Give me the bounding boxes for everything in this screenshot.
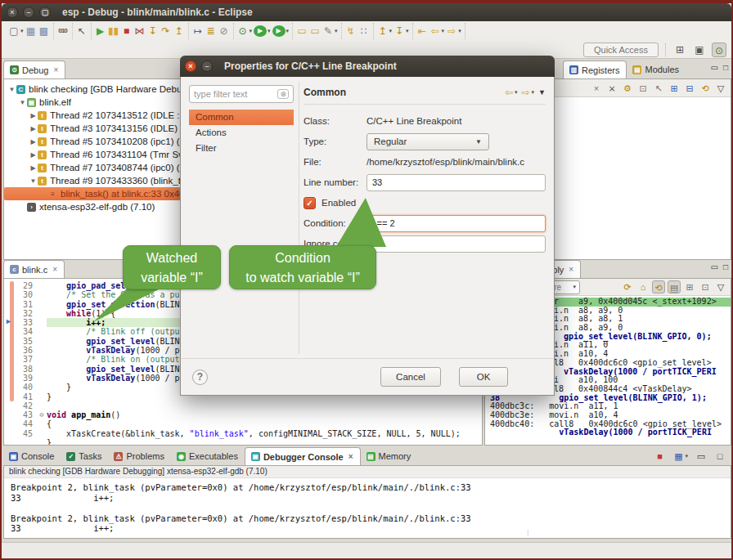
code-line[interactable]: 44{ [4, 419, 482, 428]
close-icon[interactable]: × [52, 265, 57, 274]
code-line[interactable]: 42 [4, 401, 482, 410]
run-icon[interactable]: ▶ [254, 25, 267, 37]
terminate-icon[interactable]: ■ [653, 450, 666, 463]
remove-register-group-icon[interactable]: ⊟ [683, 82, 696, 95]
tab-memory[interactable]: ▤Memory [361, 447, 418, 465]
pointer-mode-icon[interactable]: ↖ [652, 82, 665, 95]
close-icon[interactable]: × [349, 452, 353, 461]
tab-debugger-console[interactable]: ▣Debugger Console× [245, 447, 361, 465]
expander-icon[interactable]: ▼ [29, 177, 38, 185]
maximize-icon[interactable]: □ [723, 63, 728, 72]
expander-icon[interactable]: ▶ [29, 138, 38, 146]
ok-button[interactable]: OK [459, 367, 508, 387]
tab-tasks[interactable]: ✓Tasks [61, 447, 108, 465]
window-minimize-button[interactable]: – [23, 7, 34, 18]
line-number-input[interactable] [366, 174, 546, 191]
select-pointer-icon[interactable]: ↖ [75, 25, 88, 38]
minimize-icon[interactable]: ▭ [695, 450, 708, 463]
enabled-checkbox[interactable]: ✓ [304, 197, 316, 209]
suspend-icon[interactable]: ▮▮ [107, 25, 120, 38]
clear-filter-icon[interactable]: ⊗ [277, 89, 289, 99]
tab-console[interactable]: ▣Console [3, 447, 61, 465]
tab-debug[interactable]: ⊙ Debug × [3, 60, 65, 78]
refresh-icon[interactable]: ⟳ [621, 280, 634, 293]
instruction-pointer-icon[interactable]: ► [5, 317, 12, 325]
dropdown-arrow-icon[interactable]: ▾ [286, 28, 290, 34]
binary-010-icon[interactable]: 010 [56, 25, 70, 38]
back-icon[interactable]: ⇦ [429, 25, 442, 38]
minimize-icon[interactable]: ▭ [711, 262, 718, 271]
save-all-icon[interactable]: ▩ [38, 25, 51, 38]
dropdown-arrow-icon[interactable]: ▾ [458, 28, 461, 34]
tab-problems[interactable]: ⚠Problems [108, 447, 170, 465]
next-annotation-icon[interactable]: ↧ [393, 25, 406, 38]
dropdown-arrow-icon[interactable]: ▾ [406, 28, 409, 34]
tab-executables[interactable]: ◉Executables [171, 447, 245, 465]
close-icon[interactable]: × [569, 265, 573, 274]
occurrences-icon[interactable]: ∷ [358, 25, 371, 38]
debug-icon[interactable]: ⊙ [236, 25, 250, 38]
console-output[interactable]: Breakpoint 2, blink_task (pvParameter=0x… [4, 478, 731, 538]
restore-groups-icon[interactable]: ⟲ [699, 82, 712, 95]
quick-access-button[interactable]: Quick Access [583, 43, 659, 57]
lightning-icon[interactable]: ↯ [344, 25, 358, 38]
code-line[interactable]: 45 xTaskCreate(&blink_task, "blink_task"… [4, 429, 482, 438]
home-icon[interactable]: ⌂ [636, 280, 650, 293]
chevron-down-icon[interactable]: ▾ [532, 89, 535, 96]
disassembly-line[interactable]: vTaskDelay(1000 / portTICK_PERI [485, 428, 731, 437]
prev-annotation-icon[interactable]: ↥ [376, 25, 389, 38]
dialog-nav-actions[interactable]: Actions [189, 125, 294, 141]
window-maximize-button[interactable]: ▢ [39, 7, 51, 18]
tab-modules[interactable]: ▤Modules [627, 60, 686, 78]
help-button[interactable]: ? [192, 370, 208, 385]
condition-input[interactable] [366, 215, 546, 232]
open-perspective-icon[interactable]: ⊞ [672, 43, 687, 57]
expander-icon[interactable]: ▶ [29, 151, 38, 159]
tab-registers[interactable]: ▥Registers [563, 60, 627, 78]
external-tools-icon[interactable]: ▶ [272, 25, 286, 37]
maximize-icon[interactable]: □ [713, 450, 726, 463]
minimize-icon[interactable]: ▭ [711, 63, 718, 72]
forward-icon[interactable]: ⇨ [522, 87, 530, 98]
add-register-group-icon[interactable]: ⊞ [668, 82, 681, 95]
resume-icon[interactable]: ▶ [94, 25, 107, 38]
step-over-icon[interactable]: ↷ [160, 25, 173, 38]
window-close-button[interactable]: × [7, 7, 18, 18]
tab-blink-c[interactable]: c blink.c × [3, 260, 65, 278]
last-edit-icon[interactable]: ⇤ [416, 25, 429, 38]
close-icon[interactable]: × [53, 65, 58, 74]
dropdown-arrow-icon[interactable]: ▾ [20, 28, 24, 34]
dropdown-arrow-icon[interactable]: ▾ [389, 28, 393, 34]
disconnect-icon[interactable]: ⋈ [133, 25, 146, 38]
save-icon[interactable]: ▦ [25, 25, 38, 38]
show-source-icon[interactable]: ▤ [668, 280, 681, 293]
chevron-down-icon[interactable]: ▾ [515, 89, 518, 96]
new-wizard-icon[interactable]: ▢ [7, 25, 20, 38]
dropdown-arrow-icon[interactable]: ▾ [268, 28, 271, 34]
remove-all-icon[interactable]: ⨯ [605, 82, 618, 95]
view-menu-icon[interactable]: ▼ [538, 88, 546, 96]
new-view-icon[interactable]: ⊞ [683, 280, 696, 293]
step-return-icon[interactable]: ↥ [173, 25, 186, 38]
expander-icon[interactable]: ▼ [18, 99, 27, 106]
edit-marker-icon[interactable]: ✎ [322, 25, 335, 38]
cpp-perspective-icon[interactable]: ▣ [692, 43, 707, 57]
code-line[interactable]: } [4, 438, 482, 446]
instruction-step-icon[interactable]: ↦ [191, 25, 205, 38]
import-icon[interactable]: ⊡ [636, 82, 650, 95]
view-menu-icon[interactable]: ▽ [714, 82, 727, 95]
terminate-icon[interactable]: ■ [120, 25, 133, 38]
open-folder-icon[interactable]: ▭ [295, 25, 308, 38]
dialog-minimize-button[interactable]: – [201, 60, 213, 72]
dialog-nav-common[interactable]: Common [189, 110, 294, 125]
dialog-close-button[interactable]: × [185, 60, 196, 72]
expander-icon[interactable]: ▶ [29, 125, 38, 132]
instruction-mode-icon[interactable]: ≣ [205, 25, 218, 38]
sync-context-icon[interactable]: ⟲ [652, 280, 665, 293]
expander-icon[interactable]: ▶ [29, 112, 38, 119]
forward-icon[interactable]: ⇨ [445, 25, 458, 38]
dialog-nav-filter[interactable]: Filter [189, 141, 294, 156]
maximize-icon[interactable]: □ [723, 262, 728, 271]
ignore-count-input[interactable] [366, 235, 546, 253]
sash-handle[interactable]: ⁞ [527, 529, 529, 537]
